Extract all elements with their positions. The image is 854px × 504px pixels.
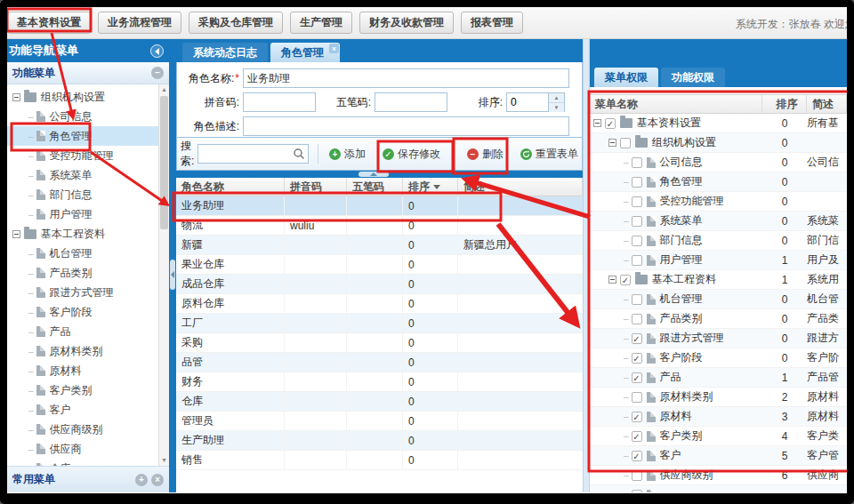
- perm-row-15[interactable]: –✓原材料3原材料: [590, 407, 847, 427]
- search-icon[interactable]: [293, 148, 305, 160]
- sidebar-tree-item-11[interactable]: –客户阶段: [7, 302, 169, 322]
- permission-checkbox[interactable]: [632, 177, 642, 188]
- scroll-thumb[interactable]: [160, 96, 168, 229]
- add-button[interactable]: + 添加: [326, 143, 369, 164]
- sidebar-tree-item-18[interactable]: –供应商: [7, 439, 169, 459]
- tab-role-mgmt[interactable]: 角色管理x: [270, 43, 340, 62]
- sidebar-tree-item-9[interactable]: –产品类别: [7, 263, 169, 283]
- reset-button[interactable]: 重置表单: [517, 143, 582, 164]
- permission-checkbox[interactable]: [632, 294, 642, 305]
- tree-toggle-icon[interactable]: [12, 230, 20, 238]
- permission-checkbox[interactable]: [632, 196, 642, 207]
- top-menu-item-3[interactable]: 生产管理: [290, 12, 352, 34]
- sidebar-tree-item-17[interactable]: –供应商级别: [7, 420, 169, 439]
- role-row-3[interactable]: 果业仓库0: [176, 255, 583, 275]
- role-row-4[interactable]: 成品仓库0: [176, 275, 583, 294]
- role-row-13[interactable]: 销售0: [176, 451, 583, 470]
- top-menu-item-2[interactable]: 采购及仓库管理: [189, 12, 283, 34]
- perm-row-16[interactable]: –✓客户类别4客户类: [590, 427, 847, 446]
- tab-system-log[interactable]: 系统动态日志: [182, 43, 268, 62]
- role-row-6[interactable]: 工厂0: [176, 314, 583, 333]
- top-menu-item-1[interactable]: 业务流程管理: [98, 12, 181, 34]
- permission-checkbox[interactable]: [632, 392, 642, 403]
- sidebar-collapse-icon[interactable]: [150, 44, 164, 58]
- delete-button[interactable]: − 删除: [463, 143, 507, 164]
- sidebar-tree-item-4[interactable]: –系统菜单: [7, 165, 169, 185]
- sidebar-tree-item-13[interactable]: –原材料类别: [7, 341, 169, 361]
- permission-checkbox[interactable]: ✓: [605, 118, 616, 129]
- sidebar-tree-item-6[interactable]: –用户管理: [7, 204, 169, 224]
- perm-row-10[interactable]: –产品类别0产品类: [590, 309, 847, 329]
- role-row-5[interactable]: 原料仓库0: [176, 294, 583, 314]
- perm-row-18[interactable]: –供应商级别6供应商: [590, 466, 847, 485]
- sidebar-tree-item-12[interactable]: –产品: [7, 322, 169, 341]
- permission-checkbox[interactable]: ✓: [620, 275, 631, 285]
- permission-checkbox[interactable]: [632, 157, 642, 168]
- perm-row-9[interactable]: –机台管理0机台管: [590, 290, 847, 309]
- horizontal-splitter[interactable]: [176, 171, 583, 178]
- role-col-header-1[interactable]: 拼音码: [285, 178, 347, 196]
- sidebar-scrollbar[interactable]: ▲ ▼: [158, 84, 169, 466]
- perm-row-12[interactable]: –✓客户阶段0客户阶: [590, 348, 847, 368]
- horizontal-splitter-collapse-icon[interactable]: [359, 172, 389, 177]
- permission-checkbox[interactable]: [632, 490, 642, 493]
- sidebar-tree-item-3[interactable]: –受控功能管理: [7, 146, 169, 165]
- sidebar-tree-item-10[interactable]: –跟进方式管理: [7, 283, 169, 302]
- role-col-header-4[interactable]: 简述: [458, 178, 583, 196]
- tree-toggle-icon[interactable]: [12, 93, 20, 101]
- perm-row-1[interactable]: 组织机构设置0: [590, 133, 847, 153]
- role-row-0[interactable]: 业务助理0: [176, 196, 583, 216]
- tab-menu-permissions[interactable]: 菜单权限: [594, 68, 658, 87]
- perm-row-19[interactable]: –: [590, 485, 847, 492]
- permission-checkbox[interactable]: ✓: [632, 333, 642, 344]
- perm-row-13[interactable]: –✓产品1产品管: [590, 368, 847, 388]
- perm-row-8[interactable]: ✓基本工程资料1系统用: [590, 270, 847, 290]
- permission-checkbox[interactable]: ✓: [632, 353, 642, 364]
- perm-row-7[interactable]: –用户管理1用户及: [590, 251, 847, 270]
- tree-toggle-icon[interactable]: [593, 119, 601, 127]
- sort-input[interactable]: [507, 93, 548, 111]
- top-menu-item-0[interactable]: 基本资料设置: [7, 12, 91, 34]
- spinner-down-icon[interactable]: ▼: [549, 103, 564, 112]
- role-row-12[interactable]: 生产助理0: [176, 431, 583, 451]
- role-col-header-3[interactable]: 排序: [403, 178, 458, 196]
- permission-checkbox[interactable]: ✓: [632, 372, 642, 383]
- favorites-add-icon[interactable]: +: [135, 474, 148, 486]
- wubi-input[interactable]: [375, 92, 447, 112]
- top-menu-item-4[interactable]: 财务及收款管理: [359, 12, 454, 34]
- tree-toggle-icon[interactable]: [608, 276, 616, 284]
- permission-checkbox[interactable]: [632, 470, 642, 481]
- sidebar-tree-item-1[interactable]: –公司信息: [7, 107, 169, 126]
- permission-checkbox[interactable]: [620, 138, 631, 148]
- sidebar-tree-item-0[interactable]: 组织机构设置: [7, 87, 169, 107]
- role-col-header-0[interactable]: 角色名称: [176, 178, 285, 196]
- perm-row-3[interactable]: –角色管理0: [590, 172, 847, 192]
- tab-close-icon[interactable]: x: [329, 44, 339, 53]
- sidebar-tree-item-5[interactable]: –部门信息: [7, 185, 169, 204]
- perm-row-17[interactable]: –✓客户5客户管: [590, 446, 847, 466]
- role-row-7[interactable]: 采购0: [176, 333, 583, 353]
- left-splitter-collapse-icon[interactable]: [170, 260, 175, 290]
- save-button[interactable]: ✓ 保存修改: [379, 143, 444, 164]
- perm-row-2[interactable]: –公司信息0公司信: [590, 153, 847, 172]
- sidebar-tree-item-7[interactable]: 基本工程资料: [7, 224, 169, 244]
- panel-collapse-icon[interactable]: −: [151, 67, 164, 79]
- favorites-close-icon[interactable]: ×: [151, 474, 164, 486]
- role-row-10[interactable]: 仓库0: [176, 392, 583, 412]
- perm-row-0[interactable]: ✓基本资料设置0所有基: [590, 114, 847, 133]
- permission-checkbox[interactable]: ✓: [632, 451, 642, 461]
- sidebar-tree-item-16[interactable]: –客户: [7, 400, 169, 420]
- permission-checkbox[interactable]: [632, 216, 642, 227]
- scroll-up-icon[interactable]: ▲: [159, 84, 169, 95]
- perm-row-5[interactable]: –系统菜单0系统菜: [590, 212, 847, 231]
- role-col-header-2[interactable]: 五笔码: [347, 178, 403, 196]
- perm-row-4[interactable]: –受控功能管理0: [590, 192, 847, 212]
- sidebar-tree-item-15[interactable]: –客户类别: [7, 380, 169, 400]
- sidebar-tree-item-19[interactable]: –仓库: [7, 459, 169, 466]
- scroll-down-icon[interactable]: ▼: [159, 455, 169, 466]
- role-desc-input[interactable]: [243, 116, 569, 136]
- role-row-2[interactable]: 新疆0新疆总用户: [176, 236, 583, 255]
- perm-row-6[interactable]: –部门信息0部门信: [590, 231, 847, 251]
- spinner-up-icon[interactable]: ▲: [549, 93, 564, 103]
- perm-row-11[interactable]: –✓跟进方式管理0跟进方: [590, 329, 847, 348]
